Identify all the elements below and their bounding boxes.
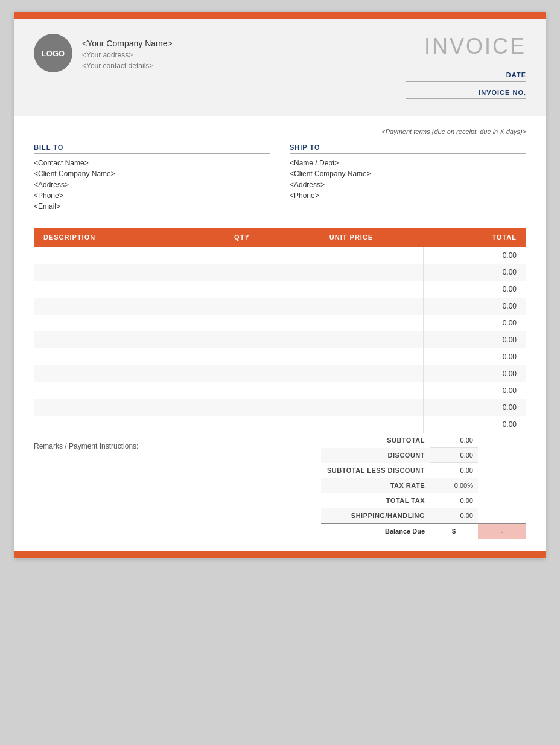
- desc-cell: [34, 298, 205, 315]
- table-row: 0.00: [34, 348, 526, 365]
- price-cell: [279, 399, 424, 416]
- invoice-no-label: INVOICE NO.: [479, 89, 526, 96]
- balance-due-row: Balance Due $ -: [321, 523, 526, 539]
- tax-rate-row: TAX RATE 0.00%: [321, 478, 526, 493]
- total-cell: 0.00: [424, 348, 526, 365]
- items-table-wrapper: DESCRIPTION QTY UNIT PRICE TOTAL 0.00 0.…: [14, 228, 546, 433]
- qty-cell: [205, 298, 279, 315]
- footer-section: Remarks / Payment Instructions: SUBTOTAL…: [14, 433, 546, 551]
- remarks-label: Remarks / Payment Instructions:: [34, 442, 138, 450]
- tax-rate-value: 0.00%: [430, 478, 478, 493]
- total-tax-row: TOTAL TAX 0.00: [321, 493, 526, 508]
- invoice-meta: DATE INVOICE NO.: [406, 71, 526, 101]
- desc-cell: [34, 416, 205, 433]
- total-cell: 0.00: [424, 399, 526, 416]
- qty-cell: [205, 247, 279, 264]
- bill-email: <Email>: [34, 202, 270, 211]
- qty-cell: [205, 264, 279, 281]
- company-contact: <Your contact details>: [82, 62, 173, 70]
- shipping-row: SHIPPING/HANDLING 0.00: [321, 508, 526, 524]
- qty-cell: [205, 416, 279, 433]
- price-cell: [279, 348, 424, 365]
- ship-name-dept: <Name / Dept>: [290, 159, 526, 167]
- desc-cell: [34, 331, 205, 348]
- invoice-no-line: [406, 98, 526, 99]
- ship-company-name: <Client Company Name>: [290, 170, 526, 178]
- table-header: DESCRIPTION QTY UNIT PRICE TOTAL: [34, 228, 526, 247]
- price-cell: [279, 416, 424, 433]
- date-row: DATE: [406, 71, 526, 84]
- price-cell: [279, 315, 424, 331]
- total-cell: 0.00: [424, 416, 526, 433]
- col-description: DESCRIPTION: [34, 228, 205, 247]
- desc-cell: [34, 365, 205, 382]
- ship-address: <Address>: [290, 181, 526, 189]
- invoice-page: LOGO <Your Company Name> <Your address> …: [14, 12, 546, 558]
- bill-contact-name: <Contact Name>: [34, 159, 270, 167]
- desc-cell: [34, 348, 205, 365]
- bill-ship-row: BILL TO <Contact Name> <Client Company N…: [34, 144, 526, 213]
- qty-cell: [205, 399, 279, 416]
- total-cell: 0.00: [424, 298, 526, 315]
- price-cell: [279, 247, 424, 264]
- table-row: 0.00: [34, 281, 526, 298]
- table-row: 0.00: [34, 365, 526, 382]
- discount-value: 0.00: [430, 448, 478, 463]
- date-line: [406, 81, 526, 82]
- subtotal-less-discount-label: SUBTOTAL LESS DISCOUNT: [321, 463, 430, 478]
- company-address: <Your address>: [82, 51, 173, 59]
- total-tax-value: 0.00: [430, 493, 478, 508]
- qty-cell: [205, 382, 279, 399]
- discount-label: DISCOUNT: [321, 448, 430, 463]
- bill-address: <Address>: [34, 181, 270, 189]
- col-unit-price: UNIT PRICE: [279, 228, 424, 247]
- table-body: 0.00 0.00 0.00 0.00 0.00 0.00: [34, 247, 526, 433]
- totals-table: SUBTOTAL 0.00 DISCOUNT 0.00 SUBTOTAL LES…: [321, 433, 526, 539]
- top-bar: [14, 12, 546, 19]
- invoice-title: INVOICE: [406, 34, 526, 59]
- qty-cell: [205, 331, 279, 348]
- invoice-no-row: INVOICE NO.: [406, 89, 526, 101]
- total-cell: 0.00: [424, 264, 526, 281]
- col-total: TOTAL: [424, 228, 526, 247]
- table-row: 0.00: [34, 416, 526, 433]
- bill-to-section: BILL TO <Contact Name> <Client Company N…: [34, 144, 270, 213]
- ship-to-label: SHIP TO: [290, 144, 526, 154]
- bill-phone: <Phone>: [34, 191, 270, 200]
- balance-value: -: [478, 523, 526, 539]
- total-cell: 0.00: [424, 315, 526, 331]
- desc-cell: [34, 281, 205, 298]
- bottom-bar: [14, 551, 546, 558]
- total-cell: 0.00: [424, 247, 526, 264]
- total-tax-label: TOTAL TAX: [321, 493, 430, 508]
- desc-cell: [34, 264, 205, 281]
- price-cell: [279, 365, 424, 382]
- price-cell: [279, 382, 424, 399]
- items-table: DESCRIPTION QTY UNIT PRICE TOTAL 0.00 0.…: [34, 228, 526, 433]
- tax-rate-label: TAX RATE: [321, 478, 430, 493]
- table-row: 0.00: [34, 331, 526, 348]
- table-row: 0.00: [34, 264, 526, 281]
- discount-row: DISCOUNT 0.00: [321, 448, 526, 463]
- shipping-label: SHIPPING/HANDLING: [321, 508, 430, 524]
- bill-company-name: <Client Company Name>: [34, 170, 270, 178]
- date-label: DATE: [506, 71, 526, 78]
- price-cell: [279, 281, 424, 298]
- table-row: 0.00: [34, 298, 526, 315]
- col-qty: QTY: [205, 228, 279, 247]
- qty-cell: [205, 281, 279, 298]
- total-cell: 0.00: [424, 281, 526, 298]
- bill-to-label: BILL TO: [34, 144, 270, 154]
- total-cell: 0.00: [424, 331, 526, 348]
- desc-cell: [34, 399, 205, 416]
- qty-cell: [205, 348, 279, 365]
- payment-terms-text: <Payment terms (due on receipt, due in X…: [381, 128, 526, 135]
- balance-due-label: Balance Due: [321, 523, 430, 539]
- ship-to-section: SHIP TO <Name / Dept> <Client Company Na…: [290, 144, 526, 213]
- table-row: 0.00: [34, 315, 526, 331]
- subtotal-less-discount-row: SUBTOTAL LESS DISCOUNT 0.00: [321, 463, 526, 478]
- price-cell: [279, 331, 424, 348]
- subtotal-less-discount-value: 0.00: [430, 463, 478, 478]
- payment-terms-row: <Payment terms (due on receipt, due in X…: [34, 126, 526, 136]
- totals-col: SUBTOTAL 0.00 DISCOUNT 0.00 SUBTOTAL LES…: [321, 433, 526, 539]
